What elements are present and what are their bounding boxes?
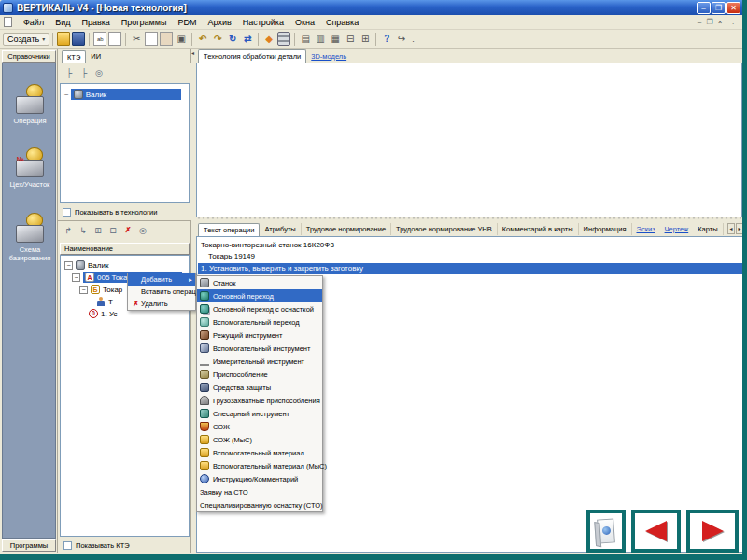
submenu-item-aux-material[interactable]: Вспомогательный материал: [197, 446, 322, 459]
submenu-item-aux-tool[interactable]: Вспомогательный инструмент: [197, 342, 322, 355]
history-icon[interactable]: [108, 32, 121, 46]
expand-tree-icon[interactable]: ⊞: [92, 224, 105, 237]
sidebar-item-operation[interactable]: Операция: [3, 84, 57, 125]
back-button[interactable]: [631, 510, 681, 553]
submenu-item-sto-special-tooling[interactable]: Специализированную оснастку (СТО): [197, 498, 322, 511]
programs-button[interactable]: Программы: [2, 539, 56, 552]
tab-scroll-left-icon[interactable]: ◄: [727, 223, 735, 234]
minimize-button[interactable]: –: [697, 2, 711, 14]
tab-operation-text[interactable]: Текст операции: [198, 223, 260, 236]
show-in-technology-checkbox[interactable]: Показывать в технологии: [63, 208, 157, 217]
tab-drawing[interactable]: Чертеж: [660, 223, 694, 235]
collapse-icon[interactable]: [64, 91, 71, 99]
expander-icon[interactable]: [79, 286, 88, 294]
mdi-restore-button[interactable]: ❐: [705, 18, 714, 26]
submenu-item-main-transition-tooling[interactable]: Основной переход с оснасткой: [197, 302, 322, 315]
menu-file[interactable]: Файл: [18, 16, 49, 29]
tree-row-valik[interactable]: Валик: [64, 259, 108, 271]
tree-column-header[interactable]: Наименование: [60, 243, 190, 255]
menu-settings[interactable]: Настройка: [237, 16, 289, 29]
operation-line-selected[interactable]: 1. Установить, выверить и закрепить заго…: [198, 263, 742, 274]
cascade-icon[interactable]: ⊞: [359, 32, 372, 46]
references-button[interactable]: Справочники: [2, 50, 56, 63]
submenu-item-machine[interactable]: Станок: [197, 276, 322, 289]
tab-kte[interactable]: КТЭ: [62, 50, 86, 63]
tab-ii[interactable]: ИИ: [86, 50, 106, 63]
expander-icon[interactable]: [64, 261, 73, 270]
tab-information[interactable]: Информация: [579, 223, 632, 235]
database-icon[interactable]: [277, 32, 290, 46]
sync-icon[interactable]: ⇄: [241, 32, 254, 46]
submenu-item-measuring-tool[interactable]: Измерительный инструмент: [197, 355, 322, 368]
tab-cards[interactable]: Карты: [693, 223, 723, 235]
sidebar-item-basing-scheme[interactable]: Схема базирования: [3, 213, 57, 262]
tab-card-comments[interactable]: Комментарий в карты: [498, 223, 579, 235]
cut-icon[interactable]: ✂: [130, 32, 143, 46]
tab-3d-model[interactable]: 3D-модель: [306, 50, 351, 63]
submenu-item-sto-request[interactable]: Заявку на СТО: [197, 485, 322, 498]
redo-icon[interactable]: ↷: [211, 32, 224, 46]
show-structure-icon[interactable]: ├: [63, 66, 76, 79]
tab-labor-norms-unv[interactable]: Трудовое нормирование УНВ: [391, 223, 498, 235]
menu-edit[interactable]: Правка: [76, 16, 115, 29]
operation-line-worker[interactable]: Токарь 19149: [208, 252, 255, 260]
checkbox-icon[interactable]: [63, 208, 71, 217]
expander-icon[interactable]: [72, 273, 80, 282]
submenu-item-cutting-tool[interactable]: Режущий инструмент: [197, 329, 322, 342]
submenu-item-fixture[interactable]: Приспособление: [197, 368, 322, 381]
context-menu-delete[interactable]: ✗ Удалить: [128, 298, 195, 310]
select-element-icon[interactable]: ◎: [92, 66, 106, 79]
copy-icon[interactable]: [145, 32, 158, 46]
submenu-item-aux-transition[interactable]: Вспомогательный переход: [197, 315, 322, 329]
rename-icon[interactable]: ab: [93, 32, 106, 46]
submenu-item-instruction[interactable]: Инструкцию/Комментарий: [197, 472, 322, 485]
select-cursor-icon[interactable]: ◎: [136, 224, 149, 237]
tab-technology[interactable]: Технология обработки детали: [198, 49, 306, 63]
submenu-item-coolant[interactable]: СОЖ: [197, 420, 322, 433]
tile-horizontal-icon[interactable]: ▤: [299, 32, 312, 46]
diamond-icon[interactable]: ◆: [262, 32, 275, 46]
submenu-item-protection[interactable]: Средства защиты: [197, 381, 322, 394]
mdi-close-button[interactable]: ×: [715, 18, 725, 26]
add-child-element-icon[interactable]: ↳: [77, 224, 90, 237]
save-icon[interactable]: [72, 32, 85, 46]
tree-row-valik[interactable]: Валик: [64, 89, 181, 100]
tile-grid-icon[interactable]: ▦: [329, 32, 342, 46]
show-kte-checkbox[interactable]: Показывать КТЭ: [63, 541, 130, 550]
tile-vertical-icon[interactable]: ▥: [314, 32, 327, 46]
tree-row-transition[interactable]: 1. Ус: [89, 308, 117, 319]
submenu-item-main-transition[interactable]: Основной переход: [197, 289, 322, 302]
context-menu-insert-operation[interactable]: Вставить операцию: [128, 286, 195, 298]
submenu-item-aux-material-mys[interactable]: Вспомогательный материал (МыС): [197, 459, 322, 472]
collapse-tree-icon[interactable]: ⊟: [106, 224, 120, 237]
menu-pdm[interactable]: PDM: [172, 16, 202, 29]
submenu-item-coolant-mys[interactable]: СОЖ (МыС): [197, 433, 322, 446]
add-element-icon[interactable]: ↱: [62, 224, 75, 237]
tree-row-worker[interactable]: Т: [96, 296, 113, 307]
context-menu-add[interactable]: Добавить ►: [128, 273, 195, 286]
submenu-item-lifting-fixture[interactable]: Грузозахватные приспособления: [197, 394, 322, 407]
restore-button[interactable]: ❐: [712, 2, 726, 14]
tab-labor-norms[interactable]: Трудовое нормирование: [302, 223, 391, 235]
menu-archive[interactable]: Архив: [202, 16, 236, 29]
help-icon[interactable]: ?: [380, 32, 393, 46]
stamp-icon[interactable]: ▣: [175, 32, 188, 46]
undo-icon[interactable]: ↶: [196, 32, 209, 46]
menu-help[interactable]: Справка: [320, 16, 364, 29]
mdi-minimize-button[interactable]: –: [695, 18, 704, 26]
horizontal-splitter[interactable]: [196, 216, 743, 220]
exit-icon[interactable]: ↪: [395, 32, 408, 46]
operation-line-machine[interactable]: Токарно-винторезный станок 16К20Ф3: [201, 241, 334, 249]
menu-windows[interactable]: Окна: [289, 16, 320, 29]
menu-view[interactable]: Вид: [49, 16, 76, 29]
forward-button[interactable]: [686, 510, 739, 553]
tab-attributes[interactable]: Атрибуты: [260, 223, 301, 235]
tree-row-tokar[interactable]: Токар: [79, 284, 122, 295]
create-button[interactable]: Создать ▾: [3, 33, 49, 46]
sidebar-item-workshop[interactable]: № Цех/Участок: [3, 147, 57, 189]
submenu-item-bench-tool[interactable]: Слесарный инструмент: [197, 407, 322, 420]
home-button[interactable]: [586, 510, 626, 553]
paste-icon[interactable]: [160, 32, 173, 46]
open-icon[interactable]: [57, 32, 70, 46]
menu-programs[interactable]: Программы: [116, 16, 173, 29]
